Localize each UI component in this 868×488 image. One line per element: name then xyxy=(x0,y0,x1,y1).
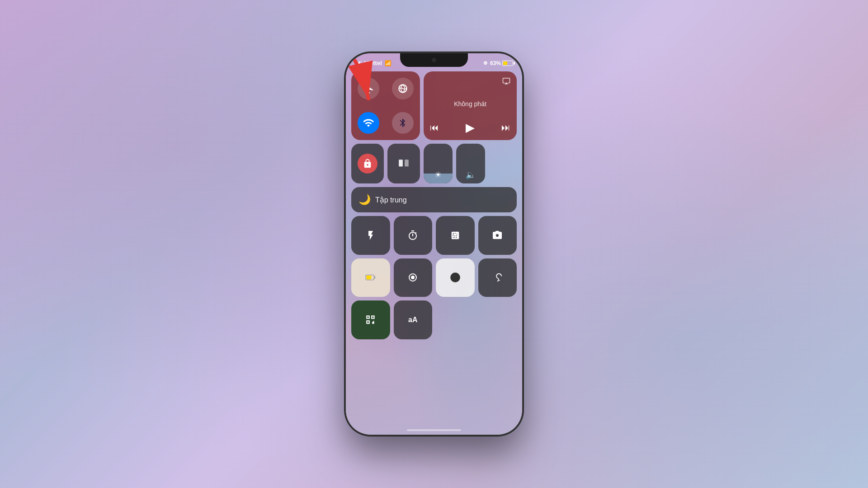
svg-rect-2 xyxy=(399,160,403,166)
phone-screen: Viettel 📶 ⊕ 63% xyxy=(346,53,522,435)
icons-grid-row3: aA xyxy=(351,300,517,339)
media-top xyxy=(430,77,510,87)
control-center: Không phát ⏮ ▶ ⏭ xyxy=(351,71,517,426)
next-track-button[interactable]: ⏭ xyxy=(501,122,510,133)
moon-icon: 🌙 xyxy=(359,194,371,206)
screen-mirror-button[interactable] xyxy=(387,144,420,183)
camera-button[interactable] xyxy=(478,216,517,255)
media-controls: ⏮ ▶ ⏭ xyxy=(430,121,510,135)
wifi-button-icon xyxy=(358,112,379,134)
home-indicator[interactable] xyxy=(407,429,461,431)
focus-mode-button[interactable]: 🌙 Tập trung xyxy=(351,187,517,212)
battery-percent: 63% xyxy=(490,60,501,66)
connectivity-panel xyxy=(351,71,420,140)
play-button[interactable]: ▶ xyxy=(466,121,475,135)
hearing-button[interactable] xyxy=(478,258,517,297)
brightness-slider[interactable]: ☀ xyxy=(424,144,453,183)
notch xyxy=(400,53,468,67)
location-icon: ⊕ xyxy=(483,60,487,66)
svg-rect-5 xyxy=(374,276,375,279)
airplay-icon[interactable] xyxy=(502,77,510,87)
status-right: ⊕ 63% xyxy=(483,60,513,66)
top-row: Không phát ⏮ ▶ ⏭ xyxy=(351,71,517,140)
empty-slot-1 xyxy=(436,300,475,333)
front-camera xyxy=(432,58,436,62)
signal-bar-3 xyxy=(359,61,360,66)
media-title: Không phát xyxy=(430,100,510,108)
airplane-mode-icon xyxy=(358,78,379,99)
color-filter-button[interactable] xyxy=(436,258,475,297)
phone-frame: Viettel 📶 ⊕ 63% xyxy=(346,53,522,435)
signal-bar-2 xyxy=(357,63,358,66)
signal-bar-1 xyxy=(355,64,356,66)
svg-rect-6 xyxy=(366,276,371,279)
wifi-status-icon: 📶 xyxy=(385,60,392,66)
bluetooth-button-icon xyxy=(392,112,414,134)
cellular-data-button[interactable] xyxy=(386,71,420,106)
bluetooth-button[interactable] xyxy=(386,106,420,140)
battery-icon xyxy=(502,61,513,66)
flashlight-button[interactable] xyxy=(351,216,390,255)
text-size-button[interactable]: aA xyxy=(394,300,433,339)
carrier-label: Viettel xyxy=(364,60,382,66)
voice-memo-button[interactable] xyxy=(394,258,433,297)
svg-point-8 xyxy=(411,276,415,279)
focus-label: Tập trung xyxy=(375,196,407,204)
icons-grid-row2 xyxy=(351,258,517,297)
media-player-panel: Không phát ⏮ ▶ ⏭ xyxy=(424,71,517,140)
cellular-data-icon xyxy=(392,78,414,99)
middle-row: ☀ 🔈 xyxy=(351,144,517,183)
rotation-lock-icon xyxy=(358,154,377,174)
text-size-label: aA xyxy=(408,316,417,324)
wifi-button[interactable] xyxy=(351,106,386,140)
timer-button[interactable] xyxy=(394,216,433,255)
low-power-mode-button[interactable] xyxy=(351,258,390,297)
calculator-button[interactable] xyxy=(436,216,475,255)
svg-rect-3 xyxy=(405,160,409,166)
volume-icon: 🔈 xyxy=(466,170,476,180)
battery-fill xyxy=(503,61,507,65)
focus-row: 🌙 Tập trung xyxy=(351,187,517,212)
qr-code-scanner-button[interactable] xyxy=(351,300,390,339)
battery-container: 63% xyxy=(490,60,513,66)
screen-rotation-lock-button[interactable] xyxy=(351,144,384,183)
signal-bar-4 xyxy=(360,61,362,66)
icons-grid-row1 xyxy=(351,216,517,255)
volume-slider[interactable]: 🔈 xyxy=(456,144,485,183)
previous-track-button[interactable]: ⏮ xyxy=(430,122,439,133)
empty-slot-2 xyxy=(478,300,517,333)
airplane-mode-button[interactable] xyxy=(351,71,386,106)
status-left: Viettel 📶 xyxy=(355,60,392,66)
brightness-icon: ☀ xyxy=(434,170,442,180)
signal-strength xyxy=(355,61,362,66)
